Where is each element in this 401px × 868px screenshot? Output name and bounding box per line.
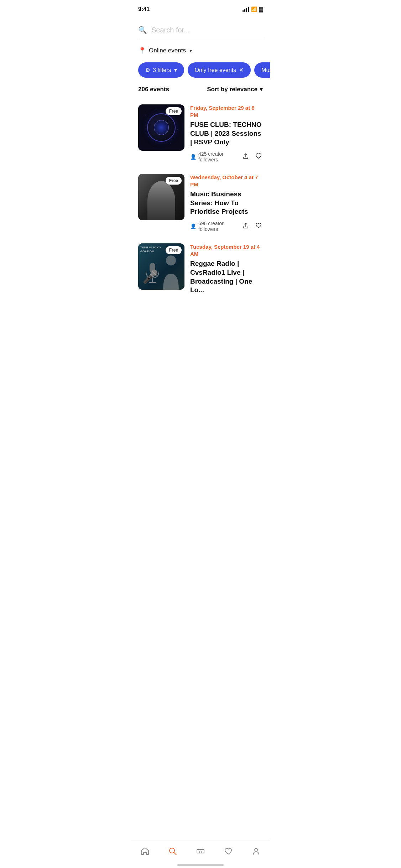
share-icon (242, 153, 249, 160)
event-date: Friday, September 29 at 8 PM (190, 104, 263, 118)
svg-point-9 (170, 143, 171, 144)
location-chevron-icon: ▾ (189, 48, 192, 53)
event-thumbnail: Free (138, 104, 184, 151)
like-button[interactable] (254, 221, 263, 232)
share-icon (242, 222, 249, 229)
event-followers: 425 creator followers (198, 151, 239, 162)
filters-count-label: 3 filters (153, 67, 171, 73)
free-events-close-icon[interactable]: ✕ (239, 67, 244, 73)
heart-icon (255, 222, 262, 229)
event-title: Reggae Radio | CvsRadio1 Live | Broadcas… (190, 259, 263, 295)
filters-sliders-icon: ⚙ (145, 67, 150, 73)
share-button[interactable] (241, 221, 250, 232)
results-header: 206 events Sort by relevance ▾ (131, 81, 270, 96)
svg-rect-13 (150, 263, 155, 273)
search-bar[interactable]: 🔍 Search for... (138, 26, 263, 38)
filter-pills-row: ⚙ 3 filters ▾ Only free events ✕ Musi... (131, 59, 270, 81)
event-actions (241, 221, 263, 232)
music-filter-button[interactable]: Musi... (254, 62, 270, 78)
search-container: 🔍 Search for... (131, 17, 270, 42)
status-bar: 9:41 📶 ▓ (131, 0, 270, 17)
sort-label: Sort by relevance (207, 86, 257, 93)
event-title: Music Business Series: How To Prioritise… (190, 190, 263, 216)
person-silhouette (160, 254, 183, 290)
person-icon: 👤 (190, 154, 196, 160)
search-placeholder[interactable]: Search for... (151, 26, 190, 34)
event-info: Tuesday, September 19 at 4 AM Reggae Rad… (190, 243, 263, 295)
status-time: 9:41 (138, 6, 150, 12)
person-icon: 👤 (190, 223, 196, 229)
status-icons: 📶 ▓ (243, 6, 263, 12)
event-actions (241, 152, 263, 162)
event-date: Tuesday, September 19 at 4 AM (190, 243, 263, 257)
heart-icon (255, 153, 262, 160)
event-date: Wednesday, October 4 at 7 PM (190, 174, 263, 188)
svg-line-12 (174, 113, 177, 129)
share-button[interactable] (241, 152, 250, 162)
event-thumbnail: TUNE IN TO CYGGAE ON Free (138, 243, 184, 290)
svg-line-10 (145, 110, 156, 115)
sort-button[interactable]: Sort by relevance ▾ (207, 86, 263, 93)
event-item[interactable]: Free Wednesday, October 4 at 7 PM Music … (131, 168, 270, 238)
wifi-icon: 📶 (251, 6, 257, 12)
free-events-label: Only free events (195, 67, 236, 73)
event-meta: 👤 425 creator followers (190, 151, 263, 162)
svg-point-16 (166, 255, 176, 265)
event-list: Free Friday, September 29 at 8 PM FUSE C… (131, 96, 270, 303)
location-filter[interactable]: 📍 Online events ▾ (131, 42, 270, 59)
location-label: Online events (149, 47, 186, 54)
battery-icon: ▓ (259, 6, 263, 12)
free-events-filter-button[interactable]: Only free events ✕ (188, 62, 251, 78)
free-badge: Free (166, 246, 182, 254)
event-followers: 696 creator followers (198, 221, 239, 232)
free-badge: Free (166, 107, 182, 115)
event-title: FUSE CLUB: TECHNO CLUB | 2023 Sessions |… (190, 120, 263, 147)
location-icon: 📍 (138, 47, 146, 55)
filters-button[interactable]: ⚙ 3 filters ▾ (138, 62, 184, 78)
event-thumbnail: Free (138, 174, 184, 220)
free-badge: Free (166, 177, 182, 185)
search-icon: 🔍 (138, 26, 147, 34)
event-meta: 👤 696 creator followers (190, 221, 263, 232)
music-filter-label: Musi... (261, 67, 270, 73)
event-item[interactable]: Free Friday, September 29 at 8 PM FUSE C… (131, 99, 270, 168)
svg-point-8 (149, 136, 150, 137)
event-item[interactable]: TUNE IN TO CYGGAE ON Free (131, 238, 270, 300)
event-info: Wednesday, October 4 at 7 PM Music Busin… (190, 174, 263, 232)
event-info: Friday, September 29 at 8 PM FUSE CLUB: … (190, 104, 263, 162)
svg-point-3 (156, 122, 167, 133)
sort-chevron-icon: ▾ (260, 86, 263, 93)
filters-chevron-icon: ▾ (174, 67, 177, 73)
like-button[interactable] (254, 152, 263, 162)
results-count: 206 events (138, 86, 169, 93)
signal-bars-icon (243, 7, 249, 12)
